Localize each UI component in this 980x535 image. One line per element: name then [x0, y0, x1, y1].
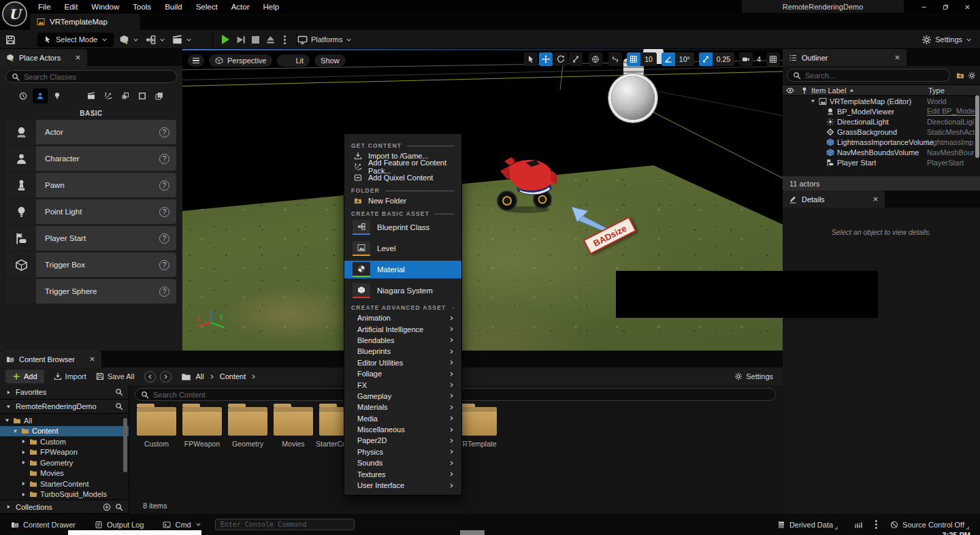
scale-snap-control[interactable]: 0.25: [699, 52, 734, 66]
menu-item-fx[interactable]: FX: [344, 379, 461, 390]
basic-category-button[interactable]: [33, 88, 48, 103]
folder-tile-fpweapon[interactable]: FPWeapon: [179, 407, 225, 448]
folder-tile-custom[interactable]: Custom: [133, 407, 180, 448]
folder-tile-geometry[interactable]: Geometry: [225, 407, 271, 448]
help-icon[interactable]: ?: [159, 287, 169, 297]
all-classes-category-button[interactable]: [152, 88, 167, 103]
menu-help[interactable]: Help: [257, 3, 287, 11]
menu-item-sounds[interactable]: Sounds: [344, 457, 461, 468]
menu-item-new-folder[interactable]: New Folder: [344, 195, 461, 206]
menu-item-blendables[interactable]: Blendables: [344, 335, 461, 346]
volumes-category-button[interactable]: [135, 88, 150, 103]
place-item-actor[interactable]: Actor ?: [6, 120, 176, 144]
scale-tool-button[interactable]: [569, 52, 583, 66]
close-icon[interactable]: [872, 196, 879, 202]
breadcrumb-all[interactable]: All: [196, 372, 204, 380]
menu-edit[interactable]: Edit: [58, 3, 85, 11]
geometry-category-button[interactable]: [118, 88, 133, 103]
collapse-arrow-icon[interactable]: [5, 504, 12, 510]
outliner-search-input[interactable]: [805, 71, 944, 80]
visibility-column-header[interactable]: [783, 86, 798, 95]
light-bulb-sprite[interactable]: [611, 76, 655, 120]
rotation-snap-value[interactable]: 10°: [675, 52, 694, 66]
search-classes-input[interactable]: [24, 73, 171, 81]
menu-item-user-interface[interactable]: User Interface: [344, 480, 461, 491]
world-space-button[interactable]: [589, 52, 602, 66]
menu-item-add-feature[interactable]: Add Feature or Content Pack...: [344, 161, 461, 172]
breadcrumb-content[interactable]: Content: [220, 372, 246, 380]
expand-arrow-icon[interactable]: [12, 428, 18, 434]
help-icon[interactable]: ?: [159, 127, 169, 137]
play-options-kebab[interactable]: [282, 35, 288, 44]
menu-item-physics[interactable]: Physics: [344, 447, 461, 457]
help-icon[interactable]: ?: [159, 154, 169, 164]
outliner-scrollbar[interactable]: [975, 95, 979, 158]
recent-category-button[interactable]: [16, 88, 31, 103]
lights-category-button[interactable]: [50, 88, 65, 103]
folder-tile-movies[interactable]: Movies: [270, 407, 316, 448]
menu-item-editor-utilities[interactable]: Editor Utilities: [344, 357, 461, 368]
tree-item-turbosquid-models[interactable]: TurboSquid_Models: [0, 489, 129, 500]
tree-item-fpweapon[interactable]: FPWeapon: [0, 447, 129, 458]
quad-view-button[interactable]: [766, 52, 780, 66]
select-mode-dropdown[interactable]: Select Mode: [37, 33, 114, 47]
tree-item-content[interactable]: Content: [0, 426, 129, 437]
menu-build[interactable]: Build: [158, 3, 189, 11]
cinematics-button[interactable]: [172, 35, 192, 45]
minimize-button[interactable]: [915, 2, 932, 12]
menu-item-level[interactable]: Level: [344, 240, 461, 257]
camera-speed-control[interactable]: 4: [739, 52, 765, 66]
place-item-point-light[interactable]: Point Light ?: [6, 199, 176, 224]
grid-snap-control[interactable]: 10: [627, 52, 657, 66]
close-icon[interactable]: [894, 54, 900, 61]
type-column-header[interactable]: Type: [928, 86, 980, 95]
lit-dropdown[interactable]: Lit: [277, 54, 310, 67]
close-icon[interactable]: [89, 356, 95, 362]
favorites-section[interactable]: Favorites: [0, 385, 129, 400]
collections-section[interactable]: Collections: [0, 500, 129, 514]
menu-item-blueprints[interactable]: Blueprints: [344, 346, 461, 357]
search-icon[interactable]: [115, 503, 123, 511]
close-button[interactable]: [958, 2, 976, 12]
tree-item-all[interactable]: All: [0, 415, 129, 426]
place-item-trigger-sphere[interactable]: Trigger Sphere ?: [6, 279, 176, 304]
tree-item-movies[interactable]: Movies: [0, 468, 129, 479]
menu-item-materials[interactable]: Materials: [344, 402, 461, 412]
import-button[interactable]: Import: [54, 372, 86, 380]
tab-details[interactable]: Details: [783, 191, 885, 208]
scale-snap-value[interactable]: 0.25: [713, 52, 734, 66]
help-icon[interactable]: ?: [159, 260, 169, 270]
search-classes-box[interactable]: [5, 70, 177, 83]
collapse-arrow-icon[interactable]: [20, 449, 27, 455]
expand-arrow-icon[interactable]: [5, 404, 12, 410]
new-folder-icon[interactable]: [956, 71, 964, 80]
save-button[interactable]: [5, 35, 16, 45]
outliner-row-lightmassimportancevolume[interactable]: LightmassImportanceVolume LightmassImp: [783, 137, 980, 147]
menu-item-material[interactable]: Material: [344, 261, 461, 278]
menu-item-artificial-intelligence[interactable]: Artificial Intelligence: [344, 323, 461, 334]
add-actor-button[interactable]: [119, 35, 139, 45]
place-item-character[interactable]: Character ?: [6, 146, 176, 171]
edit-blueprint-link[interactable]: Edit BP_Model: [927, 107, 976, 116]
menu-item-gameplay[interactable]: Gameplay: [344, 391, 461, 402]
collapse-arrow-icon[interactable]: [20, 481, 27, 487]
save-all-button[interactable]: Save All: [96, 372, 135, 380]
rotate-tool-button[interactable]: [554, 52, 568, 66]
menu-tools[interactable]: Tools: [126, 3, 158, 11]
eject-button[interactable]: [265, 35, 276, 45]
outliner-row-grassbackground[interactable]: GrassBackground StaticMeshAct: [783, 127, 980, 137]
add-button[interactable]: Add: [5, 370, 44, 383]
stop-button[interactable]: [252, 36, 259, 44]
help-icon[interactable]: ?: [159, 180, 169, 191]
play-button[interactable]: [222, 35, 229, 44]
menu-item-blueprint-class[interactable]: Blueprint Class: [344, 218, 461, 236]
menu-file[interactable]: File: [31, 3, 58, 11]
menu-item-paper2d[interactable]: Paper2D: [344, 435, 461, 446]
expand-arrow-icon[interactable]: [4, 417, 10, 423]
rotation-snap-control[interactable]: 10°: [662, 52, 694, 66]
source-control-button[interactable]: Source Control Off: [885, 517, 975, 532]
select-tool-button[interactable]: [524, 52, 538, 66]
perspective-dropdown[interactable]: Perspective: [209, 54, 272, 67]
unreal-logo[interactable]: U: [2, 1, 27, 27]
viewport-options-button[interactable]: [188, 54, 204, 67]
